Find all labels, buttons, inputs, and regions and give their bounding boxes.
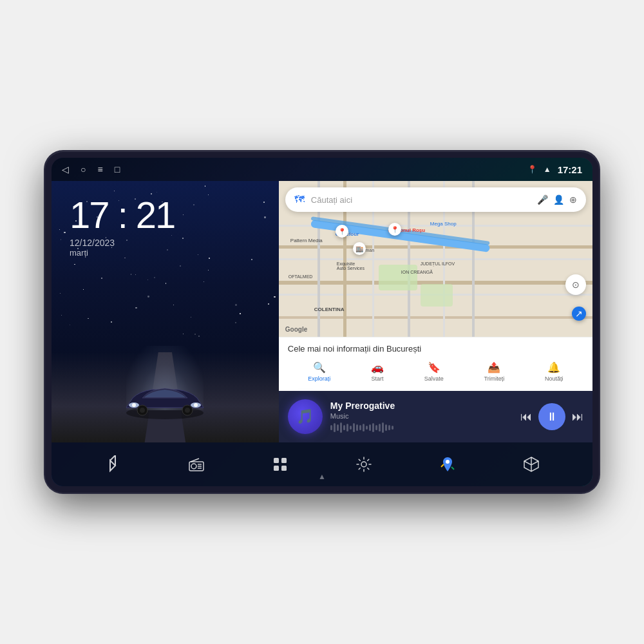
wave-bar-12 [366, 426, 368, 430]
maps-search-icon: 🗺 [294, 194, 305, 205]
nav-bluetooth[interactable] [97, 448, 129, 480]
salvate-label: Salvate [424, 375, 444, 382]
next-button[interactable]: ⏭ [572, 410, 583, 424]
map-section[interactable]: Pattern Media Carrefour Dragonul Roșu Me… [279, 181, 592, 337]
svg-rect-16 [281, 458, 287, 463]
explorați-icon: 🔍 [313, 361, 326, 374]
tab-salvate[interactable]: 🔖 Salvate [418, 359, 450, 384]
nav-apps[interactable] [264, 448, 296, 480]
location-icon: 📍 [527, 165, 537, 174]
map-layer-toggle[interactable]: ⊙ [565, 274, 586, 295]
bottom-chevron: ▲ [318, 472, 326, 481]
home-button[interactable]: ○ [80, 164, 86, 175]
tab-explorați[interactable]: 🔍 Explorați [301, 359, 337, 384]
clock-date: 12/12/2023 [70, 238, 266, 248]
wave-bar-19 [388, 425, 390, 430]
salvate-icon: 🔖 [428, 361, 440, 374]
noutăți-icon: 🔔 [547, 361, 560, 374]
info-panel: Cele mai noi informații din București 🔍 … [279, 337, 592, 391]
svg-rect-18 [281, 466, 287, 471]
clock-time: 17 : 21 [70, 196, 266, 234]
map-label-ion: ION CREANGĂ [401, 270, 433, 274]
layers-icon[interactable]: ⊕ [569, 194, 577, 205]
nav-maps[interactable] [431, 448, 464, 480]
wifi-icon: ▲ [544, 165, 551, 174]
right-panel: Pattern Media Carrefour Dragonul Roșu Me… [279, 181, 592, 442]
nav-radio[interactable] [180, 448, 213, 480]
wave-bar-2 [334, 423, 336, 432]
svg-rect-17 [274, 466, 279, 471]
search-right-icons: 🎤 👤 ⊕ [537, 194, 577, 205]
wave-bar-4 [340, 422, 342, 433]
wave-bar-7 [350, 426, 352, 430]
nav-3dbox[interactable] [515, 448, 547, 480]
menu-button[interactable]: ≡ [97, 164, 102, 175]
map-recenter-button[interactable]: ↗ [572, 307, 586, 321]
back-button[interactable]: ◁ [62, 164, 69, 175]
music-title: My Prerogative [330, 401, 513, 411]
status-time: 17:21 [558, 164, 582, 175]
trimiteți-label: Trimiteți [484, 375, 505, 382]
wave-bar-14 [372, 423, 374, 432]
noutăți-label: Noutăți [545, 375, 564, 382]
wave-bar-15 [375, 425, 377, 430]
wave-bar-17 [382, 422, 384, 433]
map-label-exquisite: ExquisiteAuto Services [337, 261, 365, 270]
nav-settings[interactable] [348, 448, 380, 480]
clock-section: 17 : 21 12/12/2023 marți [52, 181, 279, 264]
wave-bar-10 [359, 425, 361, 430]
wave-bar-20 [392, 426, 393, 430]
tab-start[interactable]: 🚗 Start [365, 359, 390, 384]
music-info: My Prerogative Music [330, 401, 513, 433]
svg-point-10 [191, 464, 196, 469]
tab-trimiteți[interactable]: 📤 Trimiteți [478, 359, 511, 384]
car-section [52, 264, 279, 442]
dedeman-pin: 🏬 [353, 242, 366, 255]
svg-point-6 [185, 408, 190, 413]
wave-bar-8 [353, 423, 355, 432]
wave-bar-11 [363, 424, 365, 431]
wave-bar-16 [379, 424, 381, 431]
prev-button[interactable]: ⏮ [520, 410, 532, 424]
svg-point-8 [194, 403, 198, 407]
bottom-nav: ▲ [52, 442, 592, 486]
carrefour-pin: 📍 [336, 225, 348, 238]
car-infotainment-device: ◁ ○ ≡ □ 📍 ▲ 17:21 17 : 21 12/12/2023 [45, 151, 599, 493]
nav-buttons: ◁ ○ ≡ □ [62, 164, 120, 175]
main-content: 17 : 21 12/12/2023 marți [52, 181, 592, 442]
left-panel: 17 : 21 12/12/2023 marți [52, 181, 279, 442]
search-placeholder-text: Căutați aici [311, 195, 531, 205]
wave-bar-9 [356, 424, 358, 431]
tab-noutăți[interactable]: 🔔 Noutăți [538, 359, 570, 384]
wave-bar-3 [337, 424, 339, 431]
svg-point-20 [446, 460, 450, 464]
recents-button[interactable]: □ [115, 164, 120, 175]
map-nav-tabs: 🔍 Explorați 🚗 Start 🔖 Salvate 📤 [288, 359, 583, 384]
map-label-pattern: Pattern Media [290, 238, 323, 243]
trimiteți-icon: 📤 [488, 361, 500, 374]
explorați-label: Explorați [308, 375, 330, 382]
svg-rect-15 [274, 458, 279, 463]
map-label-colentina: COLENTINA [314, 307, 345, 312]
album-art: 🎵 [288, 399, 323, 434]
account-icon[interactable]: 👤 [553, 194, 564, 205]
waveform [330, 422, 513, 433]
map-search-bar[interactable]: 🗺 Căutați aici 🎤 👤 ⊕ [285, 187, 586, 212]
start-label: Start [371, 375, 383, 382]
map-label-mega: Mega Shop [430, 221, 457, 227]
wave-bar-6 [346, 424, 348, 431]
svg-point-19 [361, 462, 366, 467]
svg-point-7 [132, 403, 136, 407]
dragon-pin: 📍 [388, 223, 401, 236]
status-indicators: 📍 ▲ 17:21 [527, 164, 582, 175]
info-text: Cele mai noi informații din București [288, 344, 583, 354]
clock-day: marți [70, 248, 266, 258]
mic-icon[interactable]: 🎤 [537, 194, 548, 205]
play-pause-button[interactable]: ⏸ [538, 403, 565, 430]
car-image [120, 382, 210, 423]
wave-bar-13 [369, 424, 371, 431]
status-bar: ◁ ○ ≡ □ 📍 ▲ 17:21 [52, 158, 592, 181]
wave-bar-5 [343, 425, 345, 430]
map-label-judet: JUDEȚUL ILFOV [421, 261, 455, 266]
svg-point-5 [140, 408, 145, 413]
